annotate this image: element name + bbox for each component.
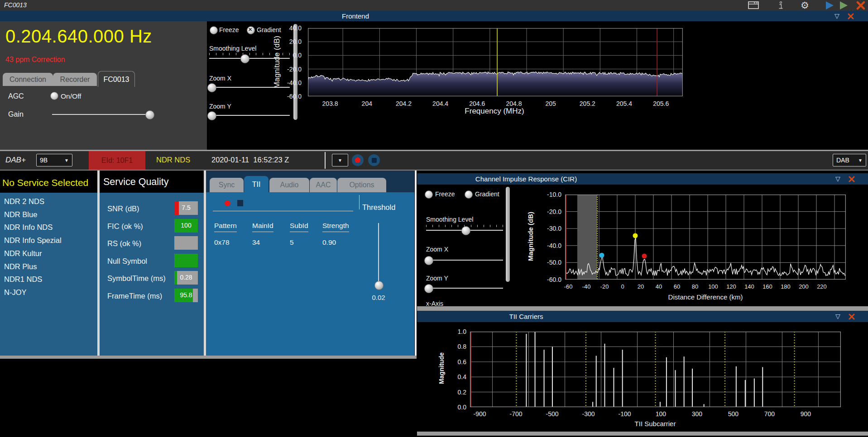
- gradient-radio[interactable]: ✕: [247, 26, 255, 34]
- table-column-header: Pattern: [214, 222, 237, 232]
- cir-plot[interactable]: [565, 195, 846, 280]
- chevron-down-icon: ▼: [338, 158, 342, 163]
- table-cell[interactable]: 0.90: [322, 238, 336, 247]
- ruler-tick: [426, 225, 427, 227]
- tab-recorder[interactable]: Recorder: [53, 73, 97, 86]
- frontend-body: 0.204.640.000 Hz 43 ppm Correction AGC O…: [0, 21, 868, 150]
- table-column-header: Strength: [322, 222, 349, 232]
- x-tick-label: 700: [757, 410, 782, 418]
- table-cell[interactable]: 5: [290, 238, 294, 247]
- cir-close-icon[interactable]: [849, 176, 855, 184]
- channel-select[interactable]: 9B ▼: [36, 154, 72, 166]
- stop-button[interactable]: [368, 154, 380, 166]
- gain-slider-handle[interactable]: [145, 110, 154, 119]
- quality-bar: 7.5: [174, 201, 198, 215]
- tab-audio[interactable]: Audio: [269, 178, 309, 192]
- cir-zoom-y-slider-handle[interactable]: [424, 284, 433, 293]
- ruler-tick: [439, 225, 439, 227]
- cir-zoom-x-slider-handle[interactable]: [424, 256, 433, 265]
- tab-connection[interactable]: Connection: [3, 73, 53, 86]
- agc-radio[interactable]: [50, 92, 58, 100]
- cir-freeze-radio[interactable]: [425, 190, 433, 199]
- tii-collapse-icon[interactable]: ▽: [835, 313, 840, 320]
- frontend-title: Frontend: [288, 12, 423, 20]
- service-item[interactable]: NDR Info NDS: [4, 223, 53, 232]
- service-item[interactable]: NDR Info Spezial: [4, 236, 62, 245]
- freeze-radio[interactable]: [210, 26, 218, 34]
- spectrum-plot[interactable]: [308, 28, 683, 96]
- y-tick-label: -20.0: [538, 208, 561, 215]
- services-panel: No Service Selected NDR 2 NDSNDR BlueNDR…: [0, 171, 97, 356]
- quality-row-label: Null Symbol: [107, 257, 147, 266]
- gain-label: Gain: [8, 110, 24, 119]
- gear-icon[interactable]: ⚙: [801, 0, 809, 11]
- tii-carriers-plot[interactable]: [470, 332, 841, 407]
- status-dot-red-icon: [225, 200, 230, 206]
- service-item[interactable]: NDR Blue: [4, 210, 37, 219]
- ensemble-name: NDR NDS: [156, 156, 190, 164]
- chevron-down-icon: ▼: [858, 158, 863, 163]
- quality-bar: 100: [174, 219, 198, 233]
- table-cell[interactable]: 34: [252, 238, 260, 247]
- tii-header-bar: TII Carriers ▽: [417, 311, 868, 322]
- service-item[interactable]: NDR Kultur: [4, 249, 42, 258]
- tab-content: [206, 192, 414, 356]
- smoothing-slider-handle[interactable]: [240, 54, 249, 63]
- cir-scrollbar[interactable]: [506, 187, 510, 282]
- cir-smoothing-slider-handle[interactable]: [461, 226, 470, 235]
- table-cell[interactable]: 0x78: [214, 238, 230, 247]
- service-item[interactable]: NDR1 NDS: [4, 275, 42, 284]
- cir-zoom-y-slider-track[interactable]: [426, 288, 503, 289]
- cir-header-bar: Channel Impulse Response (CIR) ▽: [417, 173, 868, 185]
- cir-zoom-x-slider-track[interactable]: [426, 260, 503, 261]
- y-tick-label: -50.0: [538, 259, 561, 266]
- divider: [213, 211, 353, 211]
- threshold-slider-track[interactable]: [378, 223, 379, 286]
- cir-collapse-icon[interactable]: ▽: [835, 175, 840, 182]
- divider: [417, 306, 868, 311]
- service-item[interactable]: NDR Plus: [4, 262, 37, 271]
- play-icon-green[interactable]: [840, 1, 848, 10]
- services-header: No Service Selected: [2, 177, 88, 188]
- tab-fc0013[interactable]: FC0013: [98, 71, 135, 87]
- zoom-y-slider-track[interactable]: [209, 115, 290, 116]
- zoom-y-slider-handle[interactable]: [207, 111, 216, 120]
- detail-tabs-panel: Threshold PatternMainIdSubIdStrength0x78…: [206, 171, 414, 356]
- tab-options[interactable]: Options: [337, 178, 386, 192]
- ruler-tick: [432, 225, 433, 227]
- zoom-x-slider-handle[interactable]: [207, 83, 216, 92]
- play-icon-blue[interactable]: [826, 1, 834, 10]
- info-icon[interactable]: [777, 1, 784, 12]
- tab-aac[interactable]: AAC: [310, 178, 337, 192]
- y-tick-label: 0.0: [278, 52, 302, 59]
- threshold-slider-handle[interactable]: [374, 281, 384, 290]
- service-item[interactable]: N-JOY: [4, 288, 27, 297]
- y-tick-label: 0.0: [443, 404, 466, 411]
- band-select[interactable]: DAB ▼: [833, 154, 866, 166]
- tab-sync[interactable]: Sync: [210, 178, 244, 192]
- x-tick-label: 205.2: [575, 100, 600, 107]
- table-column-header: SubId: [290, 222, 308, 232]
- services-header-bar: No Service Selected: [0, 171, 97, 193]
- close-icon[interactable]: [856, 1, 865, 12]
- divider: [359, 195, 360, 209]
- tii-close-icon[interactable]: [849, 314, 855, 322]
- service-quality-panel: Service Quality SNR (dB)7.5FIC (ok %)100…: [100, 171, 204, 356]
- record-button[interactable]: [352, 154, 364, 166]
- cir-zoom-x-label: Zoom X: [426, 246, 448, 253]
- gain-slider-track[interactable]: [52, 114, 150, 115]
- record-options-dropdown[interactable]: ▼: [332, 154, 348, 166]
- status-square-icon: [237, 200, 243, 206]
- service-item[interactable]: NDR 2 NDS: [4, 197, 44, 206]
- frontend-close-icon[interactable]: [848, 13, 854, 21]
- ruler-tick: [451, 225, 452, 227]
- window-icon[interactable]: [748, 1, 759, 11]
- tab-tii[interactable]: TII: [244, 176, 269, 192]
- quality-value: 95.8: [174, 291, 198, 299]
- quality-bar: [174, 254, 198, 267]
- quality-value: 7.5: [174, 204, 198, 211]
- ruler-tick: [249, 53, 250, 55]
- cir-gradient-radio[interactable]: [465, 190, 473, 199]
- frontend-collapse-icon[interactable]: ▽: [834, 12, 839, 19]
- y-tick-label: 0.2: [443, 389, 466, 396]
